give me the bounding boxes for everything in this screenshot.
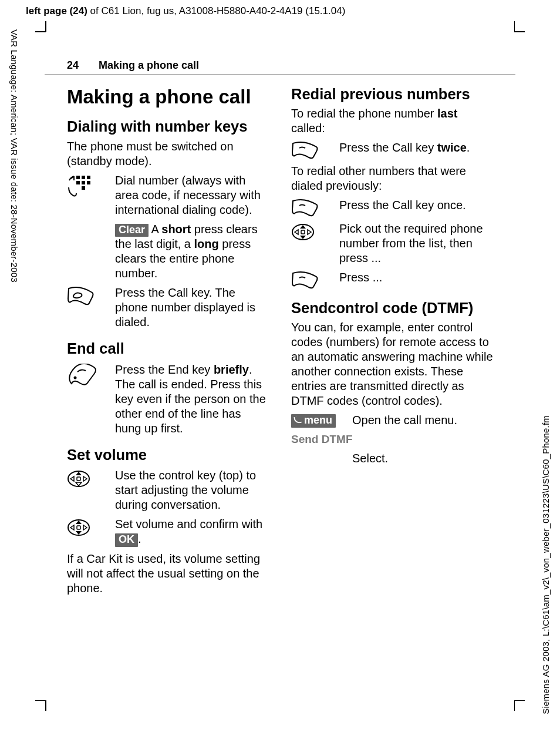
menu-softkey-wrap: menu <box>291 413 344 428</box>
control-key-up-icon <box>67 468 107 512</box>
call-key-icon <box>67 286 107 330</box>
redial-twice: Press the Call key twice. <box>339 140 494 159</box>
side-text-right: Siemens AG 2003, L:\C61\am_v2\_von_weber… <box>541 415 552 714</box>
svg-rect-0 <box>76 176 80 179</box>
svg-marker-10 <box>76 482 82 486</box>
svg-marker-17 <box>70 525 74 530</box>
volume-instruction-1: Use the control key (top) to start adjus… <box>115 468 270 512</box>
redial-other-intro: To redial other numbers that were dialed… <box>291 164 494 193</box>
crop-mark <box>514 700 525 701</box>
running-head: 24 Making a phone call <box>45 21 515 75</box>
send-dtmf-label: Send DTMF <box>291 432 494 446</box>
page-title: Making a phone call <box>67 86 270 108</box>
spacer <box>67 222 107 281</box>
keypad-icon <box>67 173 107 217</box>
svg-rect-4 <box>82 181 85 184</box>
spacer <box>291 451 344 466</box>
svg-rect-1 <box>82 176 85 179</box>
heading-end-call: End call <box>67 340 270 357</box>
dialing-intro: The phone must be switched on (standby m… <box>67 139 270 169</box>
svg-marker-15 <box>76 521 82 524</box>
column-right: Redial previous numbers To redial the ph… <box>291 86 494 600</box>
header-slug: left page (24) of C61 Lion, fug us, A310… <box>26 5 345 17</box>
heading-dtmf: Sendcontrol code (DTMF) <box>291 300 494 317</box>
control-key-icon <box>67 517 107 547</box>
dial-instruction: Dial number (always with area code, if n… <box>115 173 270 217</box>
menu-softkey: menu <box>291 414 336 428</box>
crop-mark <box>514 31 525 32</box>
svg-marker-11 <box>70 476 74 481</box>
svg-rect-6 <box>82 186 85 190</box>
side-text-left: VAR Language: American; VAR issue date: … <box>8 29 19 283</box>
call-key-icon <box>291 198 331 217</box>
dtmf-body: You can, for example, enter control code… <box>291 320 494 408</box>
end-instruction: Press the End key briefly. The call is e… <box>115 362 270 436</box>
redial-press: Press ... <box>339 270 494 289</box>
call-key-icon <box>291 270 331 289</box>
call-key-icon <box>291 140 331 159</box>
svg-marker-21 <box>300 225 306 229</box>
page-number: 24 <box>67 59 79 72</box>
open-call-menu: Open the call menu. <box>352 413 494 428</box>
svg-marker-24 <box>308 230 311 234</box>
svg-rect-13 <box>77 477 80 481</box>
heading-set-volume: Set volume <box>67 446 270 464</box>
svg-marker-9 <box>76 472 82 475</box>
svg-rect-3 <box>76 181 80 184</box>
volume-instruction-2: Set volume and confirm with OK. <box>115 517 270 547</box>
svg-marker-22 <box>300 236 306 239</box>
redial-pick: Pick out the required phone number from … <box>339 221 494 266</box>
heading-redial: Redial previous numbers <box>291 86 494 103</box>
redial-once: Press the Call key once. <box>339 198 494 217</box>
svg-point-7 <box>74 376 77 379</box>
carkit-note: If a Car Kit is used, its volume setting… <box>67 552 270 596</box>
svg-rect-2 <box>87 176 90 179</box>
running-title: Making a phone call <box>99 59 199 72</box>
call-instruction: Press the Call key. The phone number dis… <box>115 286 270 330</box>
svg-rect-5 <box>87 181 90 184</box>
ok-softkey: OK <box>115 533 138 547</box>
svg-rect-25 <box>301 230 305 234</box>
redial-intro: To redial the phone number last called: <box>291 106 494 136</box>
control-key-icon <box>291 221 331 266</box>
svg-marker-18 <box>83 525 87 530</box>
end-key-icon <box>67 362 107 436</box>
svg-marker-16 <box>76 531 82 535</box>
clear-softkey: Clear <box>115 224 149 237</box>
clear-instruction: Clear A short press clears the last digi… <box>115 222 270 281</box>
column-left: Making a phone call Dialing with number … <box>67 86 270 600</box>
header-slug-bold: left page (24) <box>26 5 87 16</box>
svg-marker-12 <box>83 476 87 481</box>
dtmf-select: Select. <box>352 451 494 466</box>
svg-rect-19 <box>77 526 80 529</box>
svg-marker-23 <box>295 230 298 234</box>
page-body: 24 Making a phone call Making a phone ca… <box>45 21 515 711</box>
header-slug-rest: of C61 Lion, fug us, A31008-H5880-A40-2-… <box>87 5 345 16</box>
heading-dialing: Dialing with number keys <box>67 118 270 135</box>
